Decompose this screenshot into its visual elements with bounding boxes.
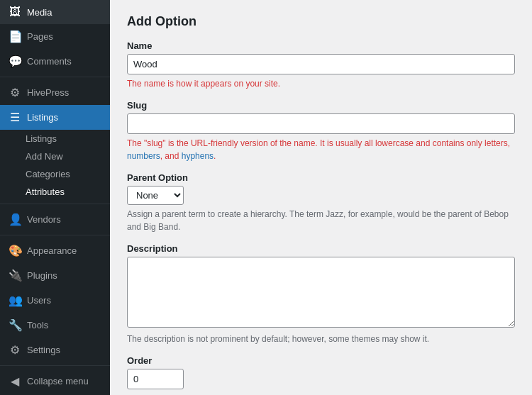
sidebar-item-label: Media [27, 7, 52, 18]
sidebar-sub-listings-all[interactable]: Listings [0, 130, 110, 148]
description-label: Description [127, 243, 515, 254]
sidebar-divider-2 [0, 204, 110, 204]
sidebar-item-pages[interactable]: 📄 Pages [0, 24, 110, 49]
description-textarea[interactable] [127, 257, 515, 328]
slug-field: Slug The "slug" is the URL-friendly vers… [127, 100, 515, 162]
sidebar-divider-4 [0, 365, 110, 366]
sidebar-item-label: Appearance [27, 245, 77, 256]
collapse-icon: ◀ [9, 374, 21, 388]
page-title: Add Option [127, 14, 515, 29]
sidebar-item-users[interactable]: 👥 Users [0, 288, 110, 313]
appearance-icon: 🎨 [9, 244, 21, 257]
hivepress-icon: ⚙ [9, 86, 21, 99]
parent-field: Parent Option None Assign a parent term … [127, 172, 515, 233]
sidebar-sub-add-new[interactable]: Add New [0, 148, 110, 165]
parent-select[interactable]: None [127, 186, 184, 205]
name-input[interactable] [127, 54, 515, 74]
users-icon: 👥 [9, 294, 21, 307]
sidebar-divider [0, 77, 110, 77]
sidebar-item-label: Settings [27, 345, 60, 355]
sidebar-item-hivepress[interactable]: ⚙ HivePress [0, 80, 110, 105]
name-hint: The name is how it appears on your site. [127, 77, 515, 90]
name-label: Name [127, 40, 515, 51]
slug-hint: The "slug" is the URL-friendly version o… [127, 137, 515, 162]
pages-icon: 📄 [9, 30, 21, 43]
slug-hint-middle: , and [160, 151, 182, 161]
sidebar-item-label: Vendors [27, 214, 61, 225]
listings-icon: ☰ [9, 111, 21, 124]
sidebar-submenu-listings: Listings Add New Categories Attributes [0, 130, 110, 201]
sidebar-item-label: Pages [27, 31, 53, 42]
slug-hint-prefix: The "slug" is the URL-friendly version o… [127, 138, 510, 148]
media-icon: 🖼 [9, 6, 21, 18]
order-input[interactable] [127, 369, 184, 389]
sidebar-item-tools[interactable]: 🔧 Tools [0, 313, 110, 338]
sidebar-item-media[interactable]: 🖼 Media [0, 0, 110, 24]
description-field: Description The description is not promi… [127, 243, 515, 345]
slug-hint-numbers-link[interactable]: numbers [127, 151, 160, 161]
parent-hint: Assign a parent term to create a hierarc… [127, 208, 515, 233]
description-hint: The description is not prominent by defa… [127, 333, 515, 345]
sidebar-item-comments[interactable]: 💬 Comments [0, 49, 110, 74]
tools-icon: 🔧 [9, 318, 21, 332]
slug-hint-suffix: . [214, 151, 216, 161]
sidebar-item-listings[interactable]: ☰ Listings [0, 105, 110, 130]
order-label: Order [127, 355, 515, 366]
sidebar-item-label: Listings [27, 112, 58, 123]
plugins-icon: 🔌 [9, 269, 21, 282]
order-field: Order [127, 355, 515, 389]
sidebar-item-appearance[interactable]: 🎨 Appearance [0, 238, 110, 263]
sidebar-item-collapse[interactable]: ◀ Collapse menu [0, 369, 110, 394]
sidebar-item-label: HivePress [27, 87, 69, 98]
sidebar-item-label: Plugins [27, 270, 57, 281]
sidebar-item-label: Collapse menu [27, 376, 89, 386]
sidebar-item-label: Tools [27, 320, 48, 330]
sidebar-item-vendors[interactable]: 👤 Vendors [0, 207, 110, 232]
add-option-form: Name The name is how it appears on your … [127, 40, 515, 395]
slug-input[interactable] [127, 113, 515, 134]
parent-label: Parent Option [127, 172, 515, 183]
sidebar-item-label: Users [27, 295, 51, 306]
comments-icon: 💬 [9, 55, 21, 68]
vendors-icon: 👤 [9, 213, 21, 226]
name-field: Name The name is how it appears on your … [127, 40, 515, 90]
slug-hint-hyphens-link[interactable]: hyphens [182, 151, 214, 161]
sidebar-divider-3 [0, 235, 110, 235]
sidebar-sub-categories[interactable]: Categories [0, 165, 110, 183]
sidebar-item-plugins[interactable]: 🔌 Plugins [0, 263, 110, 288]
sidebar-sub-attributes[interactable]: Attributes [0, 183, 110, 201]
sidebar-item-label: Comments [27, 56, 72, 67]
settings-icon: ⚙ [9, 343, 21, 357]
main-content: Add Option Name The name is how it appea… [110, 0, 532, 395]
slug-label: Slug [127, 100, 515, 111]
sidebar-item-settings[interactable]: ⚙ Settings [0, 338, 110, 362]
sidebar: 🖼 Media 📄 Pages 💬 Comments ⚙ HivePress ☰… [0, 0, 110, 395]
